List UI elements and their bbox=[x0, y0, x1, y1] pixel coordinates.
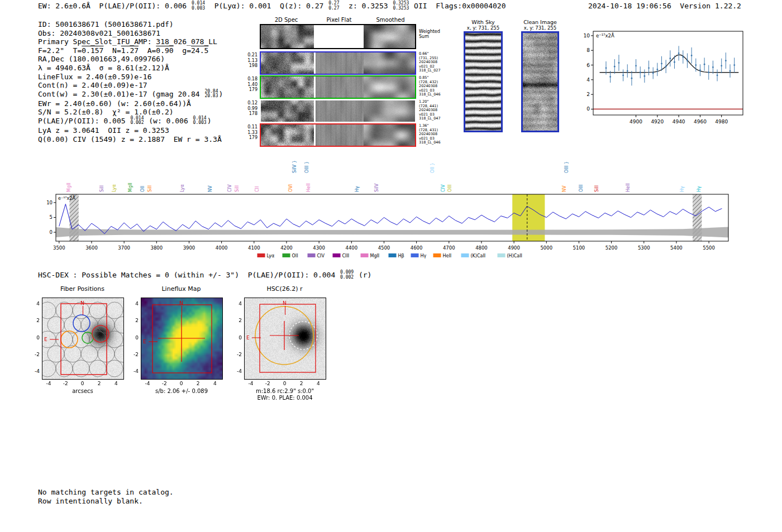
info-line: LyA z = 3.0641 OII z = 0.3253 bbox=[38, 126, 223, 135]
fiber-id-value: 318_LL_047 bbox=[419, 117, 454, 121]
row4-fiber-id-label: 1.36"(728, 431)20240308v021_03318_LL_046 bbox=[419, 124, 454, 145]
text-segment: 0.90 bbox=[156, 46, 173, 55]
row1-pixelflat-image bbox=[316, 52, 364, 74]
y-tick-label: 2 bbox=[125, 318, 139, 323]
x-tick-label: 4600 bbox=[411, 245, 423, 251]
text-segment: LineFlux = 2.40(±0.59)e-16 bbox=[38, 73, 152, 81]
weighted-sum-2dspec-image bbox=[261, 25, 314, 48]
panel-caption: s/b: 2.06 +/- 0.089 bbox=[126, 388, 237, 394]
text-segment: EW: 2.6±0.6Å P(LAE)/P(OII): 0.006 bbox=[38, 2, 191, 10]
x-tick-label: 5400 bbox=[670, 245, 683, 251]
x-tick-label: 2 bbox=[295, 381, 308, 386]
emission-line-label: OII } bbox=[430, 162, 435, 173]
data-point bbox=[622, 75, 624, 76]
emission-line-label: SiIV } bbox=[292, 160, 297, 173]
text-segment: HSC-DEX : Possible Matches = 0 (within +… bbox=[38, 271, 340, 279]
legend-swatch bbox=[308, 253, 316, 257]
data-point bbox=[631, 78, 633, 79]
y-tick-label: -4 bbox=[26, 368, 40, 374]
y-tick-label: 5 bbox=[50, 214, 53, 220]
text-segment: F=2.2" T= bbox=[38, 46, 82, 55]
data-point bbox=[614, 66, 616, 68]
x-tick-label: 4 bbox=[109, 381, 123, 386]
emission-line-label: CII bbox=[255, 186, 260, 192]
text-segment: N= bbox=[103, 46, 121, 55]
row2-smoothed-image bbox=[364, 76, 415, 98]
text-segment: 24.5 bbox=[191, 46, 208, 55]
x-tick-label: 5500 bbox=[703, 245, 715, 251]
panel-caption: m:18.6 rc:2.9" s:0.0" bbox=[229, 388, 341, 394]
y-tick-label: 0 bbox=[50, 229, 53, 235]
header-datetime-version: 2024-10-18 19:06:56 Version 1.22.2 bbox=[588, 2, 741, 11]
x-tick-label: 4900 bbox=[508, 245, 520, 251]
y-tick-label: 10 bbox=[46, 200, 53, 205]
y-tick-label: 2 bbox=[26, 318, 40, 323]
data-point bbox=[682, 56, 684, 58]
data-point bbox=[609, 76, 611, 78]
clean-image bbox=[523, 33, 557, 131]
footer-line-1: No matching targets in catalog. bbox=[38, 488, 174, 497]
weighted-label-line1: Weighted bbox=[419, 29, 440, 34]
col-title-2dspec: 2D Spec bbox=[260, 17, 313, 23]
x-tick-label: 4700 bbox=[443, 245, 455, 251]
legend-swatch bbox=[433, 253, 441, 257]
hsc-r-title: HSC(26.2) r bbox=[244, 285, 325, 293]
x-tick-label: 4980 bbox=[715, 119, 728, 124]
x-tick-label: 4500 bbox=[378, 245, 390, 251]
footer-line-2: Row intentionally blank. bbox=[38, 497, 143, 506]
x-tick-label: 0 bbox=[278, 381, 292, 386]
x-tick-label: -2 bbox=[59, 381, 72, 386]
x-tick-label: 4400 bbox=[345, 245, 357, 251]
full-spectrum-plot: 3500360037003800390040004100420043004400… bbox=[32, 147, 754, 266]
emission-line-label: OIII } bbox=[304, 161, 309, 173]
y-tick-label: 10 bbox=[584, 33, 590, 39]
data-point bbox=[699, 69, 701, 71]
data-point bbox=[686, 60, 688, 61]
y-tick-label: 6 bbox=[586, 63, 590, 68]
x-tick-label: 4 bbox=[312, 381, 325, 386]
hsc-r-image bbox=[244, 298, 326, 380]
y-tick-label: -2 bbox=[26, 352, 40, 357]
fiber-cutout-row-1 bbox=[260, 51, 416, 75]
weight-value: 178 bbox=[240, 111, 258, 117]
stacked-value: 0.32530.3253 bbox=[393, 1, 409, 11]
text-segment: z: 0.3253 bbox=[340, 2, 392, 10]
col-title-smoothed: Smoothed bbox=[365, 17, 416, 23]
stacked-value: 0.0140.003 bbox=[192, 1, 205, 11]
y-tick-label: 4 bbox=[26, 301, 40, 306]
text-segment: P(LAE)/P(OII): 0.005 bbox=[38, 117, 130, 125]
elixer-report: EW: 2.6±0.6Å P(LAE)/P(OII): 0.006 0.0140… bbox=[0, 0, 782, 532]
legend-swatch bbox=[258, 253, 265, 257]
emission-line-label: MgII bbox=[128, 183, 133, 192]
weight-value: 0.21 bbox=[240, 52, 258, 58]
info-line: LineFlux = 2.40(±0.59)e-16 bbox=[38, 73, 223, 82]
text-segment: 0.157 bbox=[82, 46, 103, 55]
lineflux-map-image bbox=[141, 298, 223, 380]
text-segment: λ = 4940.63Å σ = 8.61(±2.12)Å bbox=[38, 64, 169, 72]
row1-smoothed-image bbox=[364, 52, 415, 74]
data-point bbox=[725, 60, 727, 61]
text-segment: (w: 0.006 bbox=[144, 117, 192, 125]
weight-value: 179 bbox=[240, 135, 258, 141]
x-tick-label: 3700 bbox=[118, 245, 130, 251]
weighted-sum-smoothed-image bbox=[364, 25, 415, 48]
info-line: F=2.2" T=0.157 N=1.27 A=0.90 g=24.5 bbox=[38, 46, 223, 55]
data-point bbox=[674, 61, 675, 63]
y-tick-label: 4 bbox=[586, 77, 590, 83]
text-segment: (r) bbox=[354, 271, 371, 279]
weight-value: 0.11 bbox=[240, 124, 258, 130]
row3-fiber-id-label: 1.20"(728, 441)20240308v021_03318_LL_047 bbox=[419, 100, 454, 121]
emission-line-label: HeII bbox=[306, 183, 311, 192]
info-line: RA,Dec (180.001663,49.099766) bbox=[38, 55, 223, 64]
emission-line-label: SiII bbox=[147, 185, 152, 192]
y-tick-label: 8 bbox=[586, 47, 590, 53]
legend-label: MgII bbox=[370, 253, 380, 258]
hsc-dex-match-line: HSC-DEX : Possible Matches = 0 (within +… bbox=[38, 271, 371, 280]
emission-line-label: OIII bbox=[447, 185, 452, 192]
text-segment: S/N = 5.2(±0.8) χ² = 1.0(±0.2) bbox=[38, 108, 174, 116]
data-point bbox=[635, 65, 637, 66]
clean-image-panel bbox=[521, 31, 559, 132]
line-fit-zoom-plot: 490049204940496049800246810e⁻¹⁷x2Å bbox=[574, 25, 753, 136]
legend-swatch bbox=[283, 253, 290, 257]
fiber-cutout-row-3 bbox=[260, 99, 416, 123]
